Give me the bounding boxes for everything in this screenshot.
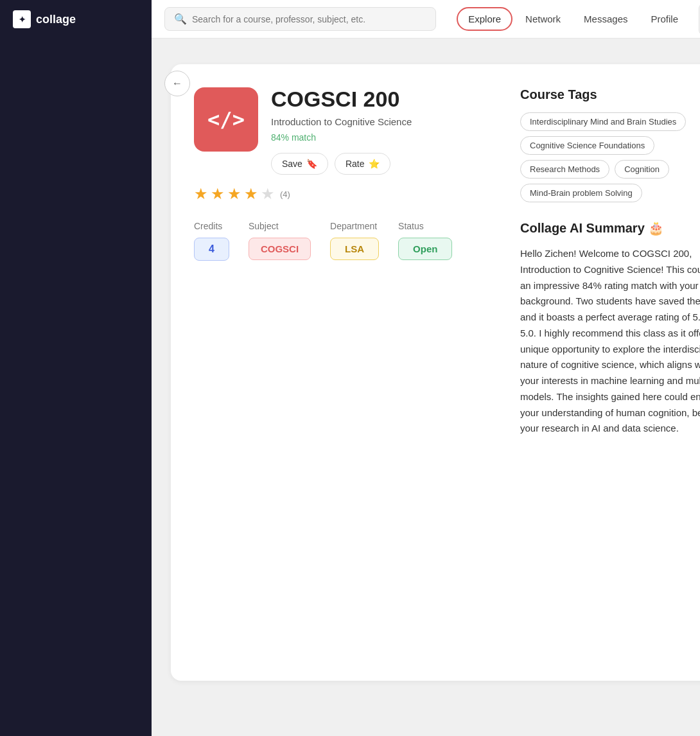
star-icon: ⭐ [369, 159, 380, 169]
card-left: </> COGSCI 200 Introduction to Cognitive… [194, 87, 494, 658]
details-row: Credits 4 Subject COGSCI Department LSA … [194, 221, 494, 261]
ai-summary-text: Hello Zichen! Welcome to COGSCI 200, Int… [520, 246, 700, 437]
rate-label: Rate [346, 159, 365, 169]
course-icon-symbol: </> [207, 107, 245, 132]
logo-icon: ✦ [13, 10, 31, 28]
subject-value: COGSCI [249, 238, 311, 260]
nav-item-network[interactable]: Network [515, 8, 571, 30]
tag-cognition: Cognition [615, 160, 669, 179]
nav-item-messages[interactable]: Messages [573, 8, 638, 30]
content-area: ← </> COGSCI 200 Introduction to Cogniti… [152, 39, 700, 736]
course-code: COGSCI 200 [271, 87, 412, 111]
star-1: ★ [194, 185, 208, 203]
ai-summary-title: Collage AI Summary 🎂 [520, 220, 700, 236]
match-badge: 84% match [271, 132, 412, 143]
status-col: Status Open [398, 221, 452, 261]
nav-item-profile[interactable]: Profile [640, 8, 688, 30]
status-value: Open [398, 238, 452, 260]
tag-interdisciplinary: Interdisciplinary Mind and Brain Studies [520, 112, 686, 131]
credits-value: 4 [194, 238, 229, 261]
tags-container: Interdisciplinary Mind and Brain Studies… [520, 112, 700, 202]
action-buttons: Save 🔖 Rate ⭐ [271, 153, 390, 175]
search-input[interactable] [192, 14, 426, 24]
course-tags-title: Course Tags [520, 87, 700, 102]
star-4: ★ [244, 185, 258, 203]
department-col: Department LSA [330, 221, 379, 261]
course-subtitle: Introduction to Cognitive Science [271, 115, 412, 128]
nav-item-explore[interactable]: Explore [457, 7, 512, 31]
rating-area: ★ ★ ★ ★ ★ (4) [194, 185, 494, 203]
course-title-area: COGSCI 200 Introduction to Cognitive Sci… [271, 87, 494, 175]
course-header: </> COGSCI 200 Introduction to Cognitive… [194, 87, 494, 175]
subject-label: Subject [249, 221, 311, 231]
sidebar-logo-area: ✦ collage [0, 0, 152, 39]
back-button[interactable]: ← [164, 71, 190, 96]
tag-cog-sci: Cognitive Science Foundations [520, 136, 654, 155]
credits-col: Credits 4 [194, 221, 229, 261]
status-label: Status [398, 221, 452, 231]
rating-count: (4) [280, 189, 290, 199]
search-icon: 🔍 [174, 13, 187, 25]
main-nav: Explore Network Messages Profile [457, 7, 688, 31]
course-card: </> COGSCI 200 Introduction to Cognitive… [171, 64, 700, 681]
department-value: LSA [330, 238, 379, 260]
card-right: Course Tags Interdisciplinary Mind and B… [520, 87, 700, 658]
logo-text: collage [36, 13, 76, 26]
left-sidebar [0, 39, 152, 736]
department-label: Department [330, 221, 379, 231]
search-bar[interactable]: 🔍 [164, 7, 436, 31]
subject-col: Subject COGSCI [249, 221, 311, 261]
star-2: ★ [211, 185, 225, 203]
star-3: ★ [227, 185, 241, 203]
course-icon: </> [194, 87, 258, 152]
save-button[interactable]: Save 🔖 [271, 153, 328, 175]
rate-button[interactable]: Rate ⭐ [335, 153, 390, 175]
star-5-empty: ★ [261, 185, 275, 203]
save-label: Save [282, 159, 302, 169]
bookmark-icon: 🔖 [306, 159, 317, 169]
credits-label: Credits [194, 221, 229, 231]
tag-research-methods: Research Methods [520, 160, 609, 179]
tag-mind-brain: Mind-Brain problem Solving [520, 184, 642, 202]
